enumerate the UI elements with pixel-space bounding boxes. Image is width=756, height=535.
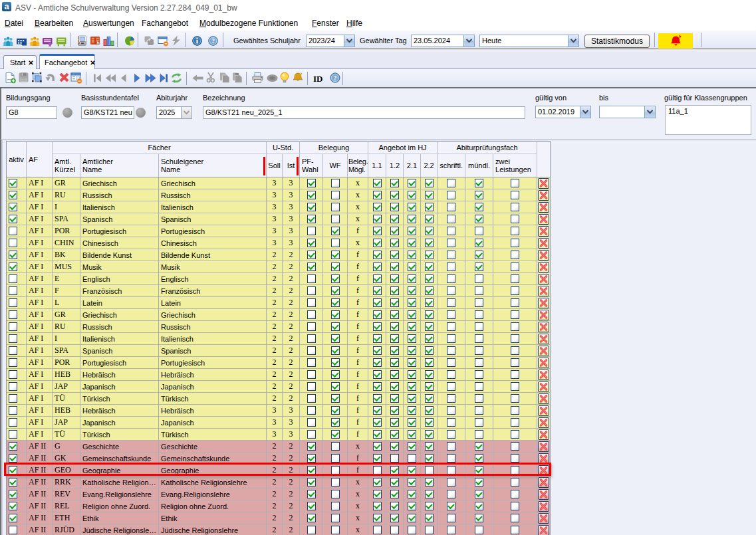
svg-text:?: ?	[211, 38, 215, 45]
svg-text:?: ?	[334, 74, 337, 82]
